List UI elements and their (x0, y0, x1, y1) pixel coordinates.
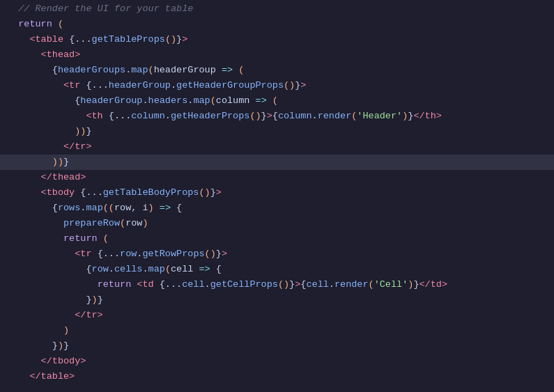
code-line: return ( (0, 17, 554, 32)
code-line-highlighted: ))} (0, 155, 554, 170)
code-line: </tbody> (0, 354, 554, 369)
code-line: <th {...column.getHeaderProps()}>{column… (0, 109, 554, 124)
code-line: </thead> (0, 170, 554, 185)
code-line: {headerGroups.map(headerGroup => ( (0, 63, 554, 78)
code-line: })} (0, 292, 554, 308)
code-line: <tbody {...getTableBodyProps()}> (0, 185, 554, 201)
code-comment: // Render the UI for your table (7, 1, 193, 17)
code-line: </table> (0, 369, 554, 384)
code-line: {rows.map((row, i) => { (0, 201, 554, 216)
code-line: {headerGroup.headers.map(column => ( (0, 93, 554, 109)
code-line: ))} (0, 124, 554, 139)
code-keyword: return (7, 17, 52, 32)
code-block: // Render the UI for your table return (… (0, 0, 554, 386)
code-line: return ( (0, 231, 554, 246)
code-line: </tr> (0, 139, 554, 155)
code-editor: // Render the UI for your table return (… (0, 0, 554, 392)
code-line: })} (0, 338, 554, 354)
code-line: return <td {...cell.getCellProps()}>{cel… (0, 277, 554, 292)
code-line: <tr {...headerGroup.getHeaderGroupProps(… (0, 78, 554, 93)
code-line: // Render the UI for your table (0, 1, 554, 17)
code-line: <table {...getTableProps()}> (0, 32, 554, 47)
code-line: ) (0, 323, 554, 338)
code-line: <tr {...row.getRowProps()}> (0, 246, 554, 262)
code-line: </tr> (0, 308, 554, 323)
code-line: prepareRow(row) (0, 216, 554, 231)
code-line: {row.cells.map(cell => { (0, 262, 554, 277)
code-line: <thead> (0, 47, 554, 63)
